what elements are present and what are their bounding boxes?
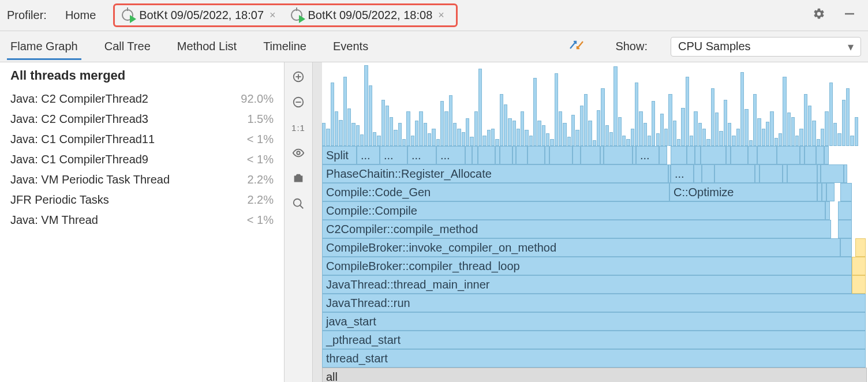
flame-frame[interactable] [706,139,710,146]
flame-frame[interactable] [690,136,693,146]
flame-frame[interactable] [652,101,655,146]
flame-frame[interactable] [593,140,596,146]
flame-frame[interactable] [326,129,330,146]
tab-flame-graph[interactable]: Flame Graph [7,33,81,60]
flame-frame[interactable] [339,120,342,146]
flame-frame[interactable] [686,77,689,146]
tab-call-tree[interactable]: Call Tree [101,33,154,60]
flame-scroll-gutter[interactable] [313,62,322,382]
flame-frame[interactable] [373,132,376,146]
flame-frame[interactable] [724,100,727,146]
flame-frame[interactable] [343,77,347,146]
flame-frame[interactable] [787,113,791,146]
search-icon[interactable] [289,194,308,214]
flame-frame[interactable] [757,146,777,164]
flame-frame[interactable] [715,113,719,146]
flame-frame[interactable] [601,88,604,146]
flame-frame[interactable] [800,146,805,164]
flame-frame[interactable] [495,146,500,164]
profiler-tab-0[interactable]: BotKt 09/05/2022, 18:07 × [117,6,285,24]
flame-frame[interactable] [677,139,680,146]
tab-method-list[interactable]: Method List [174,33,240,60]
flame-frame[interactable] [571,115,575,146]
flame-frame[interactable] [487,130,491,146]
flame-frame[interactable] [695,146,701,164]
tab-events[interactable]: Events [330,33,372,60]
flame-frame[interactable] [575,130,579,146]
flame-frame[interactable] [449,95,452,146]
flame-frame[interactable] [549,146,573,164]
flame-frame[interactable] [726,146,731,164]
flame-frame[interactable] [779,133,782,146]
flame-frame[interactable]: ... [407,146,436,164]
thread-row[interactable]: Java: C2 CompilerThread2 92.0% [10,89,274,109]
flame-frame[interactable] [402,139,406,146]
flame-frame[interactable]: ... [380,146,407,164]
flame-frame[interactable] [852,275,866,294]
flame-frame[interactable] [555,73,558,146]
flame-frame[interactable] [702,129,706,146]
flame-frame[interactable] [398,123,402,146]
flame-frame[interactable] [719,131,723,146]
flame-frame-all[interactable]: all [322,368,867,382]
thread-row[interactable]: Java: C1 CompilerThread9 < 1% [10,149,274,170]
flame-frame[interactable] [525,130,528,146]
flame-frame[interactable]: JavaThread::thread_main_inner [322,275,852,294]
flame-frame[interactable] [331,83,334,146]
flame-frame[interactable] [495,139,499,146]
flame-frame[interactable] [462,132,465,146]
flame-frame[interactable] [698,123,702,146]
flame-frame[interactable] [671,146,687,164]
flame-frame[interactable] [478,146,495,164]
flame-frame[interactable] [440,101,444,146]
flame-frame[interactable] [840,183,852,201]
flame-frame[interactable] [419,111,422,146]
flame-frame[interactable] [428,133,431,146]
flame-frame[interactable] [821,129,824,146]
flame-frame[interactable] [626,139,630,146]
flame-frame[interactable] [351,123,355,146]
flame-frame[interactable] [757,118,761,146]
flame-frame[interactable] [639,111,642,146]
flame-frame[interactable] [588,121,592,146]
flame-frame[interactable]: ... [436,146,465,164]
flame-frame[interactable] [812,121,815,146]
flame-frame[interactable] [465,146,472,164]
flame-frame[interactable] [822,183,826,201]
flame-frame[interactable] [609,132,613,146]
zoom-in-icon[interactable] [289,67,308,87]
tab-timeline[interactable]: Timeline [260,33,310,60]
flame-frame[interactable] [821,164,844,183]
flame-frame[interactable] [795,136,799,146]
thread-row[interactable]: JFR Periodic Tasks 2.2% [10,190,274,210]
flame-frame[interactable] [749,140,753,146]
flame-frame[interactable] [702,164,714,183]
flame-frame[interactable] [825,201,830,220]
flame-frame[interactable] [517,129,520,146]
flame-frame[interactable] [744,109,748,146]
flame-frame[interactable] [816,146,824,164]
flame-frame[interactable] [844,164,847,183]
flame-frame[interactable] [755,164,760,183]
flame-frame[interactable] [775,138,778,146]
flame-frame[interactable] [825,111,828,146]
flame-frame[interactable] [369,85,372,146]
flame-frame[interactable]: Compile::Code_Gen [322,183,669,201]
flame-frame[interactable] [687,146,695,164]
flame-frame[interactable] [840,238,852,257]
zoom-out-icon[interactable] [289,92,308,112]
eye-icon[interactable] [289,143,308,163]
flame-frame[interactable] [714,164,755,183]
flame-frame[interactable] [648,136,651,146]
flame-frame[interactable] [635,83,638,146]
flame-frame[interactable] [347,108,351,146]
flame-frame[interactable] [740,72,744,146]
flame-frame[interactable] [406,111,410,146]
flame-frame[interactable] [581,146,600,164]
flame-frame[interactable]: JavaThread::run [322,294,866,312]
flame-frame[interactable] [817,183,822,201]
flame-frame[interactable] [838,220,852,238]
flame-frame[interactable] [573,146,581,164]
flame-frame[interactable] [470,137,473,146]
flame-frame[interactable]: ... [671,164,694,183]
